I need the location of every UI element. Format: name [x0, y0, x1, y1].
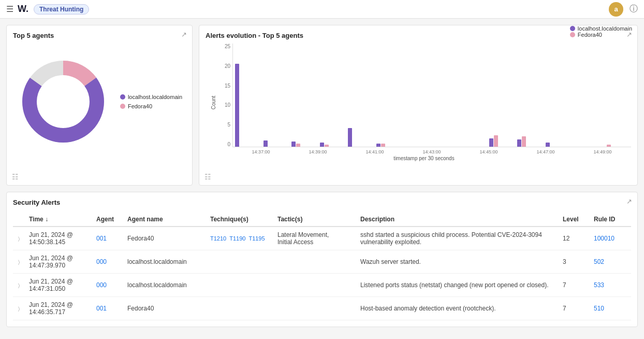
bar-pink: [325, 145, 329, 147]
agent-name-3: localhost.localdomain: [123, 274, 206, 297]
bar-purple: [320, 143, 324, 147]
bar-pink: [381, 144, 385, 147]
donut-area: localhost.localdomain Fedora40: [13, 39, 186, 164]
cell-tactic-2: [273, 250, 356, 274]
cell-desc-4: Host-based anomaly detection event (root…: [356, 297, 559, 320]
col-agentname[interactable]: Agent name: [123, 213, 206, 227]
expand-icon[interactable]: ↗: [181, 31, 187, 38]
cell-time-1: Jun 21, 2024 @14:50:38.145: [25, 227, 92, 250]
bar-legend-label-2: Fedora40: [578, 32, 602, 38]
cell-desc-3: Listened ports status (netstat) changed …: [356, 274, 559, 297]
cell-technique-2: [206, 250, 273, 274]
cell-level-2: 3: [559, 250, 590, 274]
bar-purple: [235, 64, 239, 147]
agent-link-4[interactable]: 001: [96, 305, 107, 312]
header: ☰ W. Threat Hunting a ⓘ: [0, 0, 644, 19]
rule-link-4[interactable]: 510: [594, 305, 604, 312]
bar-legend-label-1: localhost.localdomain: [578, 25, 632, 32]
legend-item-1: localhost.localdomain: [120, 94, 182, 100]
row-toggle-3[interactable]: 〉: [17, 281, 21, 289]
x-axis-labels: 14:37:00 14:39:00 14:41:00 14:43:00 14:4…: [217, 149, 631, 154]
bar-pink: [607, 145, 611, 147]
alerts-table: Time ↓ Agent Agent name Technique(s) Tac…: [13, 213, 631, 320]
table-header: Time ↓ Agent Agent name Technique(s) Tac…: [13, 213, 631, 227]
header-row: Time ↓ Agent Agent name Technique(s) Tac…: [13, 213, 631, 227]
col-tactic[interactable]: Tactic(s): [273, 213, 356, 227]
security-alerts-card: ↗ Security Alerts Time ↓ Agent Agent nam…: [6, 192, 638, 327]
charts-row: Top 5 agents ↗ localhost.localdomain: [6, 25, 638, 186]
bar-pink: [522, 136, 526, 147]
bar-legend: localhost.localdomain Fedora40: [570, 25, 632, 38]
col-level[interactable]: Level: [559, 213, 590, 227]
agent-link-3[interactable]: 000: [96, 281, 107, 289]
bar-legend-dot-2: [570, 32, 575, 37]
bar-group-1: [235, 64, 262, 147]
cell-desc-1: sshd started a suspicious child process.…: [356, 227, 559, 250]
legend-label-2: Fedora40: [128, 103, 152, 109]
legend-dot-pink: [120, 104, 125, 109]
col-expand: [13, 213, 25, 227]
legend-item-2: Fedora40: [120, 103, 182, 109]
bar-group-10: [489, 135, 517, 147]
alerts-title: Security Alerts: [13, 199, 631, 206]
bar-purple: [517, 139, 521, 147]
row-toggle-2[interactable]: 〉: [17, 258, 21, 266]
bars-container: [232, 44, 631, 147]
agent-link-2[interactable]: 000: [96, 258, 107, 265]
agent-link-1[interactable]: 001: [96, 235, 107, 242]
bar-purple: [348, 128, 352, 147]
rule-link-3[interactable]: 533: [594, 281, 604, 289]
technique-group-1: T1210 T1190 T1195: [210, 235, 269, 242]
hamburger-icon[interactable]: ☰: [6, 4, 13, 14]
table-row: 〉 Jun 21, 2024 @14:47:31.050 000 localho…: [13, 274, 631, 297]
expand-icon-3[interactable]: ↗: [626, 197, 632, 205]
cell-level-1: 12: [559, 227, 590, 250]
technique-T1210[interactable]: T1210: [210, 235, 226, 242]
legend-label-1: localhost.localdomain: [128, 94, 182, 100]
rule-link-1[interactable]: 100010: [594, 235, 614, 242]
y-axis-label: Count: [211, 95, 216, 109]
logo: W.: [18, 4, 28, 15]
cell-level-4: 7: [559, 297, 590, 320]
top5-title: Top 5 agents: [13, 32, 54, 39]
cell-technique-3: [206, 274, 273, 297]
bar-purple: [376, 144, 380, 147]
agent-name-4: Fedora40: [123, 297, 206, 320]
col-time[interactable]: Time ↓: [25, 213, 92, 227]
cell-tactic-3: [273, 274, 356, 297]
bar-legend-dot-1: [570, 26, 575, 31]
table-row: 〉 Jun 21, 2024 @14:47:39.970 000 localho…: [13, 250, 631, 274]
cell-level-3: 7: [559, 274, 590, 297]
col-technique[interactable]: Technique(s): [206, 213, 273, 227]
x-axis-title: timestamp per 30 seconds: [217, 156, 631, 161]
main-content: Top 5 agents ↗ localhost.localdomain: [0, 19, 644, 333]
cell-technique-4: [206, 297, 273, 320]
col-ruleid[interactable]: Rule ID: [590, 213, 631, 227]
page-badge: Threat Hunting: [34, 4, 89, 15]
col-desc[interactable]: Description: [356, 213, 559, 227]
chart-menu-icon-2[interactable]: ☷: [204, 173, 211, 181]
technique-T1195[interactable]: T1195: [248, 235, 265, 242]
top5-agents-card: Top 5 agents ↗ localhost.localdomain: [6, 25, 193, 186]
row-toggle-1[interactable]: 〉: [17, 235, 21, 243]
bar-legend-item-2: Fedora40: [570, 32, 632, 38]
col-agent[interactable]: Agent: [92, 213, 123, 227]
bar-group-2: [264, 140, 291, 147]
donut-chart: [17, 55, 110, 148]
bar-purple: [489, 138, 493, 147]
rule-link-2[interactable]: 502: [594, 258, 604, 265]
bar-group-11: [517, 136, 545, 147]
help-icon[interactable]: ⓘ: [630, 4, 638, 15]
chart-menu-icon[interactable]: ☷: [12, 173, 19, 181]
table-row: 〉 Jun 21, 2024 @14:46:35.717 001 Fedora4…: [13, 297, 631, 320]
cell-time-3: Jun 21, 2024 @14:47:31.050: [25, 274, 92, 297]
bar-group-6: [376, 144, 404, 147]
y-axis: 25 20 15 10 5 0: [217, 44, 232, 147]
row-toggle-4[interactable]: 〉: [17, 305, 21, 313]
technique-T1190[interactable]: T1190: [229, 235, 245, 242]
bar-legend-item-1: localhost.localdomain: [570, 25, 632, 32]
bar-purple: [291, 142, 296, 147]
avatar[interactable]: a: [609, 2, 623, 17]
cell-tactic-4: [273, 297, 356, 320]
agent-name-2: localhost.localdomain: [123, 250, 206, 274]
